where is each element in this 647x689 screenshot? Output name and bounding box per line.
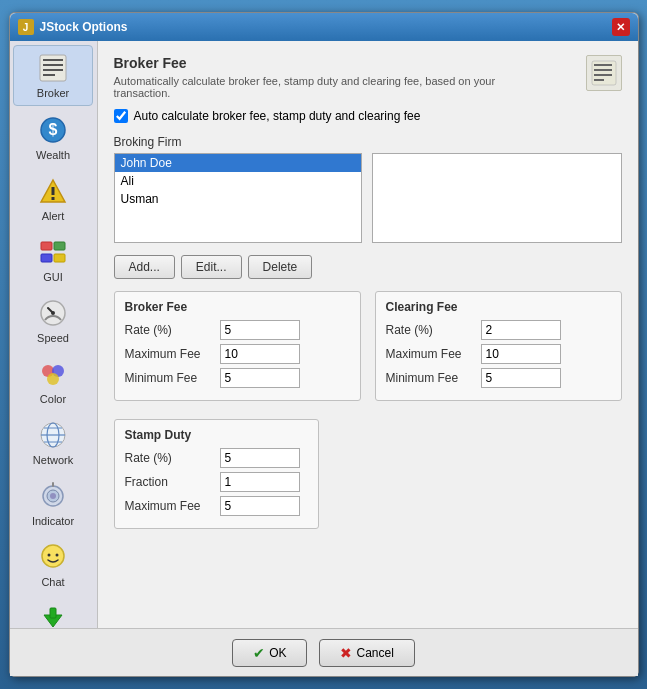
panel-header-text: Broker Fee Automatically calculate broke…	[114, 55, 554, 99]
broking-firm-label: Broking Firm	[114, 135, 622, 149]
stamp-fraction-input[interactable]	[220, 472, 300, 492]
main-panel: Broker Fee Automatically calculate broke…	[98, 41, 638, 628]
panel-description: Automatically calculate broker fee, stam…	[114, 75, 554, 99]
list-item[interactable]: Usman	[115, 190, 361, 208]
title-bar: J JStock Options ✕	[10, 13, 638, 41]
broker-min-input[interactable]	[220, 368, 300, 388]
color-icon	[37, 358, 69, 390]
fees-container: Broker Fee Rate (%) Maximum Fee Minimum …	[114, 291, 622, 539]
sidebar-label-broker: Broker	[37, 87, 69, 99]
stamp-max-input[interactable]	[220, 496, 300, 516]
svg-rect-0	[40, 55, 66, 81]
sidebar-label-indicator: Indicator	[32, 515, 74, 527]
svg-point-27	[50, 493, 56, 499]
sidebar-item-indicator[interactable]: Indicator	[13, 474, 93, 533]
clearing-min-input[interactable]	[481, 368, 561, 388]
speed-icon	[37, 297, 69, 329]
sidebar-label-chat: Chat	[41, 576, 64, 588]
edit-button[interactable]: Edit...	[181, 255, 242, 279]
chat-icon	[37, 541, 69, 573]
svg-rect-9	[52, 197, 55, 200]
panel-title: Broker Fee	[114, 55, 554, 71]
sidebar-item-chat[interactable]: Chat	[13, 535, 93, 594]
svg-point-31	[56, 554, 59, 557]
broker-firm-section: John Doe Ali Usman	[114, 153, 622, 243]
stamp-rate-label: Rate (%)	[125, 451, 220, 465]
svg-rect-8	[52, 187, 55, 195]
svg-text:$: $	[49, 121, 58, 138]
svg-rect-35	[594, 64, 612, 66]
broker-fee-section: Broker Fee Rate (%) Maximum Fee Minimum …	[114, 291, 361, 401]
main-window: J JStock Options ✕ Broker	[9, 12, 639, 677]
broker-preview	[372, 153, 622, 243]
app-icon: J	[18, 19, 34, 35]
broker-min-row: Minimum Fee	[125, 368, 350, 388]
delete-button[interactable]: Delete	[248, 255, 313, 279]
clearing-rate-input[interactable]	[481, 320, 561, 340]
close-button[interactable]: ✕	[612, 18, 630, 36]
broker-list-container: John Doe Ali Usman	[114, 153, 362, 243]
sidebar-label-wealth: Wealth	[36, 149, 70, 161]
broker-rate-row: Rate (%)	[125, 320, 350, 340]
sidebar-label-speed: Speed	[37, 332, 69, 344]
sidebar-item-update[interactable]: Update	[13, 596, 93, 628]
sidebar-item-broker[interactable]: Broker	[13, 45, 93, 106]
sidebar-item-wealth[interactable]: $ Wealth	[13, 108, 93, 167]
svg-point-19	[47, 373, 59, 385]
stamp-duty-title: Stamp Duty	[125, 428, 308, 442]
clearing-min-label: Minimum Fee	[386, 371, 481, 385]
svg-rect-1	[43, 59, 63, 61]
broker-icon	[37, 52, 69, 84]
sidebar-item-alert[interactable]: Alert	[13, 169, 93, 228]
svg-rect-2	[43, 64, 63, 66]
add-button[interactable]: Add...	[114, 255, 175, 279]
window-title: JStock Options	[40, 20, 128, 34]
ok-button[interactable]: ✔ OK	[232, 639, 307, 667]
sidebar-label-color: Color	[40, 393, 66, 405]
sidebar-item-color[interactable]: Color	[13, 352, 93, 411]
stamp-fraction-label: Fraction	[125, 475, 220, 489]
panel-icon	[586, 55, 622, 91]
title-bar-left: J JStock Options	[18, 19, 128, 35]
cancel-label: Cancel	[356, 646, 393, 660]
gui-icon	[37, 236, 69, 268]
indicator-icon	[37, 480, 69, 512]
ok-label: OK	[269, 646, 286, 660]
svg-rect-37	[594, 74, 612, 76]
svg-rect-10	[41, 242, 52, 250]
auto-calculate-checkbox[interactable]	[114, 109, 128, 123]
auto-calculate-label: Auto calculate broker fee, stamp duty an…	[134, 109, 421, 123]
broker-list[interactable]: John Doe Ali Usman	[114, 153, 362, 243]
broker-buttons: Add... Edit... Delete	[114, 255, 622, 279]
stamp-fraction-row: Fraction	[125, 472, 308, 492]
clearing-min-row: Minimum Fee	[386, 368, 611, 388]
sidebar-item-network[interactable]: Network	[13, 413, 93, 472]
sidebar-label-network: Network	[33, 454, 73, 466]
list-item[interactable]: Ali	[115, 172, 361, 190]
clearing-max-input[interactable]	[481, 344, 561, 364]
sidebar-item-speed[interactable]: Speed	[13, 291, 93, 350]
sidebar-label-gui: GUI	[43, 271, 63, 283]
fees-row: Broker Fee Rate (%) Maximum Fee Minimum …	[114, 291, 622, 411]
broker-max-input[interactable]	[220, 344, 300, 364]
cancel-icon: ✖	[340, 645, 352, 661]
auto-calculate-row: Auto calculate broker fee, stamp duty an…	[114, 109, 622, 123]
clearing-fee-section: Clearing Fee Rate (%) Maximum Fee Minimu…	[375, 291, 622, 401]
svg-rect-11	[54, 242, 65, 250]
svg-rect-12	[41, 254, 52, 262]
list-item[interactable]: John Doe	[115, 154, 361, 172]
broker-max-row: Maximum Fee	[125, 344, 350, 364]
stamp-rate-input[interactable]	[220, 448, 300, 468]
broker-min-label: Minimum Fee	[125, 371, 220, 385]
stamp-max-label: Maximum Fee	[125, 499, 220, 513]
sidebar-item-gui[interactable]: GUI	[13, 230, 93, 289]
svg-rect-4	[43, 74, 55, 76]
network-icon	[37, 419, 69, 451]
clearing-fee-title: Clearing Fee	[386, 300, 611, 314]
update-icon	[37, 602, 69, 628]
broker-rate-input[interactable]	[220, 320, 300, 340]
bottom-bar: ✔ OK ✖ Cancel	[10, 628, 638, 676]
svg-point-16	[51, 311, 55, 315]
cancel-button[interactable]: ✖ Cancel	[319, 639, 414, 667]
ok-icon: ✔	[253, 645, 265, 661]
